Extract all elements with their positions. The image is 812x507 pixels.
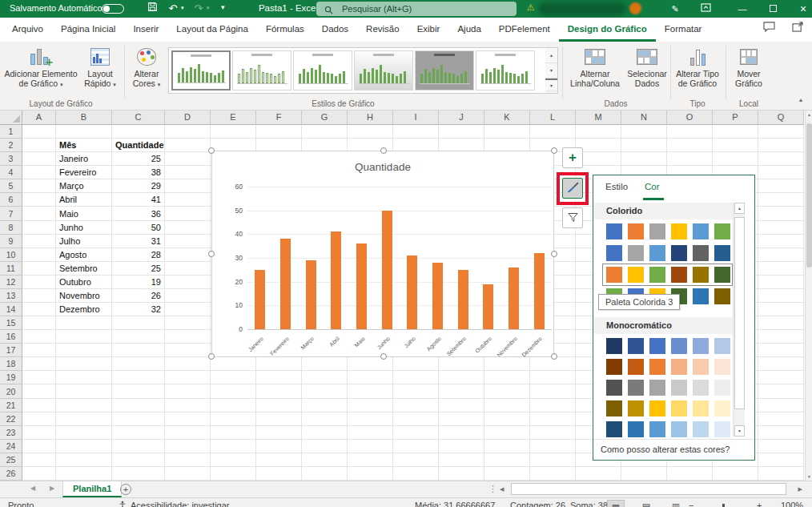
cell-B22[interactable] [56,412,112,426]
tab-design-do-gr-fico[interactable]: Design do Gráfico [559,18,656,42]
color-swatch[interactable] [628,359,644,375]
column-header-D[interactable]: D [165,111,211,125]
autosave-toggle[interactable] [102,4,124,14]
chart-title[interactable]: Quantidade [212,161,553,173]
cell-B14[interactable]: Dezembro [56,303,112,316]
tab-inserir[interactable]: Inserir [124,18,167,42]
cell-H19[interactable] [348,371,393,384]
column-header-P[interactable]: P [713,111,758,125]
cell-Q25[interactable] [758,453,804,467]
chart-bar[interactable] [280,239,291,329]
row-header-18[interactable]: 18 [0,357,22,371]
row-header-26[interactable]: 26 [0,467,22,481]
cell-A6[interactable] [22,193,56,207]
cell-P26[interactable] [713,467,758,481]
cell-Q7[interactable] [758,207,804,220]
color-swatch[interactable] [628,245,644,261]
cell-Q1[interactable] [758,125,804,139]
color-swatch[interactable] [693,380,709,396]
cell-C16[interactable] [112,330,165,344]
move-chart-button[interactable]: Mover Gráfico [726,45,771,88]
view-page-layout-icon[interactable]: ▤ [637,500,655,507]
cell-C8[interactable]: 50 [112,221,165,235]
chart-bar[interactable] [458,270,468,329]
cell-A13[interactable] [22,289,56,303]
cell-C10[interactable]: 28 [112,248,165,262]
color-swatch[interactable] [606,338,622,354]
cell-I23[interactable] [393,426,439,440]
cell-C12[interactable]: 19 [112,276,165,289]
cell-Q6[interactable] [758,193,804,207]
row-header-11[interactable]: 11 [0,262,22,276]
select-all-corner[interactable] [0,111,22,125]
row-header-6[interactable]: 6 [0,193,22,207]
zoom-in-icon[interactable]: + [757,501,762,507]
color-swatch[interactable] [671,380,687,396]
cell-Q11[interactable] [758,262,804,276]
cell-A17[interactable] [22,344,56,357]
cell-C22[interactable] [112,412,165,426]
cell-F24[interactable] [256,440,302,453]
chart-selection-handle[interactable] [208,353,215,360]
cell-D20[interactable] [165,384,211,398]
row-header-10[interactable]: 10 [0,248,22,262]
column-header-K[interactable]: K [484,111,530,125]
cell-N26[interactable] [621,467,667,481]
cell-Q12[interactable] [758,276,804,289]
cell-B11[interactable]: Setembro [56,262,112,276]
cell-Q24[interactable] [758,440,804,453]
cell-A20[interactable] [22,384,56,398]
chart-bar[interactable] [534,253,545,329]
cell-H1[interactable] [348,125,393,139]
cell-E25[interactable] [211,453,256,467]
cell-Q17[interactable] [758,344,804,357]
horizontal-scrollbar[interactable]: ◀ ▶ [498,483,804,496]
color-swatch[interactable] [714,267,730,283]
cell-B2[interactable]: Mês [56,139,112,152]
chart-selection-handle[interactable] [551,147,557,154]
color-swatch[interactable] [714,421,730,437]
row-header-21[interactable]: 21 [0,399,22,412]
avatar[interactable] [629,2,641,14]
chart-selection-handle[interactable] [380,147,387,154]
cell-A16[interactable] [22,330,56,344]
row-header-25[interactable]: 25 [0,453,22,467]
cell-B13[interactable]: Novembro [56,289,112,303]
color-swatch[interactable] [628,338,644,354]
cell-F22[interactable] [256,412,302,426]
chart-bar[interactable] [382,211,392,329]
cell-G1[interactable] [302,125,348,139]
cell-Q19[interactable] [758,371,804,384]
color-swatch[interactable] [714,380,730,396]
row-header-15[interactable]: 15 [0,316,22,330]
cell-L20[interactable] [530,384,576,398]
save-icon[interactable] [144,2,160,16]
cell-I21[interactable] [393,399,439,412]
cell-D25[interactable] [165,453,211,467]
cell-I25[interactable] [393,453,439,467]
gallery-scroll-up-icon[interactable]: ▴ [545,48,557,63]
cell-J19[interactable] [439,371,484,384]
color-swatch[interactable] [671,338,687,354]
cell-F25[interactable] [256,453,302,467]
color-swatch[interactable] [606,380,622,396]
color-swatch[interactable] [693,359,709,375]
vertical-scroll-thumb[interactable] [806,123,812,268]
color-swatch[interactable] [693,267,709,283]
cell-K19[interactable] [484,371,530,384]
palette-row-mono-2[interactable] [606,359,730,375]
chart-style-thumbnail[interactable] [415,50,474,91]
chart-add-elements-button[interactable]: + [562,147,583,168]
cell-A21[interactable] [22,399,56,412]
cell-Q21[interactable] [758,399,804,412]
row-header-24[interactable]: 24 [0,440,22,453]
chart-bar[interactable] [407,256,417,329]
cell-G19[interactable] [302,371,348,384]
column-header-E[interactable]: E [211,111,256,125]
cell-K1[interactable] [484,125,530,139]
palette-row-mono-5[interactable] [606,421,730,437]
row-header-3[interactable]: 3 [0,152,22,166]
color-swatch[interactable] [606,267,622,283]
cell-P2[interactable] [713,139,758,152]
cell-G25[interactable] [302,453,348,467]
